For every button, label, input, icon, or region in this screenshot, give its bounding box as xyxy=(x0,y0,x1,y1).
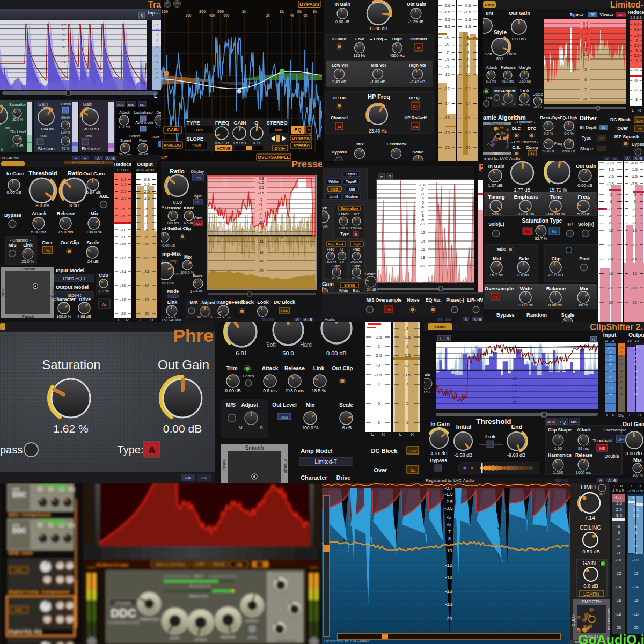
svg-text:0.0 dB: 0.0 dB xyxy=(332,276,341,280)
svg-text:-8 dB: -8 dB xyxy=(533,105,542,109)
svg-text:-8: -8 xyxy=(616,544,620,548)
svg-text:-18: -18 xyxy=(420,255,425,259)
svg-text:Dither: Dither xyxy=(580,115,597,121)
svg-text:-7: -7 xyxy=(609,358,612,362)
svg-text:Balance: Balance xyxy=(546,286,566,291)
svg-text:Over: Over xyxy=(42,240,53,245)
svg-text:DYNAMIC: DYNAMIC xyxy=(292,136,311,141)
svg-text:Modern: Modern xyxy=(345,195,358,199)
svg-text:0.00 dB: 0.00 dB xyxy=(225,388,241,393)
svg-text:RATIO: RATIO xyxy=(170,636,180,640)
svg-text:Saturation: Saturation xyxy=(341,207,358,210)
svg-text:-9: -9 xyxy=(259,216,262,220)
svg-text:ISP: ISP xyxy=(599,492,605,495)
svg-text:-2.5: -2.5 xyxy=(120,189,127,194)
svg-text:-20: -20 xyxy=(631,300,637,305)
svg-text:-6: -6 xyxy=(633,530,638,535)
svg-text:ADV: ADV xyxy=(547,420,555,424)
svg-text:-9: -9 xyxy=(466,64,470,69)
svg-text:Mix: Mix xyxy=(306,402,315,408)
svg-text:A: A xyxy=(465,318,467,321)
svg-text:Random: Random xyxy=(526,312,547,318)
svg-text:-0.6: -0.6 xyxy=(443,3,450,8)
svg-text:-16: -16 xyxy=(444,115,450,120)
svg-text:-5: -5 xyxy=(634,354,637,357)
svg-text:-14: -14 xyxy=(633,375,638,378)
svg-text:7.14: 7.14 xyxy=(584,515,595,521)
svg-text:Level: Level xyxy=(338,211,348,216)
svg-text:-7: -7 xyxy=(421,209,424,213)
svg-text:-14: -14 xyxy=(445,575,452,580)
svg-text:0.0 dB: 0.0 dB xyxy=(583,583,598,589)
svg-text:75 %: 75 % xyxy=(62,147,70,150)
svg-text:A: A xyxy=(296,318,299,321)
svg-text:ered to: LVC-Audio: ered to: LVC-Audio xyxy=(484,156,521,161)
svg-text:2x: 2x xyxy=(638,127,642,131)
svg-text:-14: -14 xyxy=(465,101,471,106)
svg-text:Look: Look xyxy=(257,299,269,305)
svg-text:LVCaudio: LVCaudio xyxy=(115,601,131,605)
svg-text:-9: -9 xyxy=(144,235,148,239)
svg-text:TYPE: TYPE xyxy=(187,120,200,126)
svg-text:-8: -8 xyxy=(633,544,638,548)
svg-text:TapeR: TapeR xyxy=(346,180,356,184)
svg-text:Inp…: Inp… xyxy=(148,10,160,16)
svg-text:-6: -6 xyxy=(632,199,636,204)
svg-text:-0.8: -0.8 xyxy=(120,177,127,182)
svg-text:L: L xyxy=(154,93,157,99)
svg-text:-4: -4 xyxy=(583,57,587,61)
svg-text:-7: -7 xyxy=(616,537,620,541)
svg-text:Mix: Mix xyxy=(356,142,364,147)
svg-text:Vintage: Vintage xyxy=(283,459,288,474)
svg-text:100.0 %: 100.0 % xyxy=(518,303,533,308)
svg-text:Oversample: Oversample xyxy=(603,428,627,433)
svg-text:8.50: 8.50 xyxy=(173,200,182,205)
svg-text:Ratio: Ratio xyxy=(68,170,83,177)
svg-text:Clip Level: Clip Level xyxy=(10,130,26,134)
svg-text:End: End xyxy=(511,423,523,430)
svg-text:1.07 dB: 1.07 dB xyxy=(488,183,503,188)
svg-text:Mode: Mode xyxy=(167,289,179,294)
svg-text:ADV: ADV xyxy=(117,103,124,106)
svg-text:DTC: DTC xyxy=(528,126,537,131)
svg-text:M: M xyxy=(238,425,242,430)
svg-text:1.62 %: 1.62 % xyxy=(53,422,88,435)
svg-text:6.0 ms: 6.0 ms xyxy=(486,79,496,83)
svg-text:1.0: 1.0 xyxy=(340,260,344,264)
svg-text:DLC: DLC xyxy=(512,126,521,131)
svg-text:Out Gain: Out Gain xyxy=(576,164,596,169)
svg-text:Gain: Gain xyxy=(322,281,334,287)
svg-text:-0.7: -0.7 xyxy=(444,486,453,491)
svg-text:-1.5: -1.5 xyxy=(444,492,453,497)
svg-text:50.0 %: 50.0 % xyxy=(519,103,530,107)
svg-text:Emphasis: Emphasis xyxy=(514,194,538,200)
svg-text:STEREO: STEREO xyxy=(266,120,287,126)
svg-text:-6: -6 xyxy=(121,214,125,218)
svg-text:DC Block: DC Block xyxy=(371,448,398,454)
svg-text:-9: -9 xyxy=(156,46,158,49)
svg-text:25.0 %: 25.0 % xyxy=(21,259,34,264)
svg-text:-18: -18 xyxy=(445,602,452,607)
svg-text:Over: Over xyxy=(374,467,387,473)
svg-text:Side: Side xyxy=(518,256,529,261)
svg-text:-10: -10 xyxy=(615,558,621,562)
svg-text:-3: -3 xyxy=(421,192,424,196)
svg-text:100 ms: 100 ms xyxy=(167,221,179,225)
svg-text:??: ?? xyxy=(599,136,604,140)
svg-text:-18: -18 xyxy=(511,395,517,399)
svg-text:Clip Shape: Clip Shape xyxy=(548,427,572,433)
svg-text:-8: -8 xyxy=(447,536,451,541)
svg-text:1000 ms: 1000 ms xyxy=(576,470,591,475)
svg-text:A->B: A->B xyxy=(106,157,115,160)
svg-text:0.00 dB: 0.00 dB xyxy=(335,19,349,24)
svg-text:-8: -8 xyxy=(259,212,262,216)
svg-text:99 ms: 99 ms xyxy=(578,446,589,451)
svg-text:L: L xyxy=(371,431,374,437)
svg-text:Low: Low xyxy=(636,119,643,122)
svg-text:0.00 dB: 0.00 dB xyxy=(548,303,562,308)
svg-text:-14: -14 xyxy=(632,584,639,589)
svg-text:Link: Link xyxy=(485,434,496,440)
svg-text:-7: -7 xyxy=(633,537,638,541)
svg-text:-12: -12 xyxy=(633,369,638,372)
svg-text:100: 100 xyxy=(162,9,169,14)
